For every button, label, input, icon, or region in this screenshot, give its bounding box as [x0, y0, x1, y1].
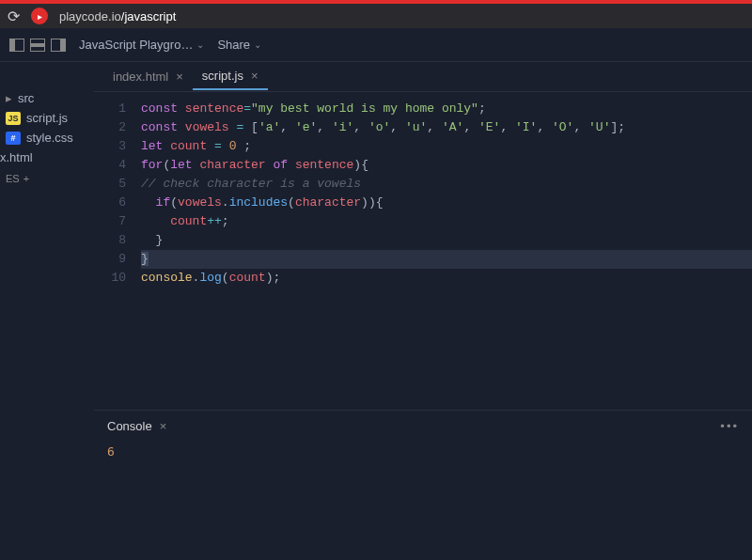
- packages-label: ES: [6, 173, 20, 184]
- project-name-dropdown[interactable]: JavaScript Playgro… ⌄: [79, 38, 204, 52]
- site-badge-icon: ▸: [31, 8, 48, 24]
- editor-tabs: index.html × script.js ×: [94, 62, 752, 92]
- code-line: // check character is a vowels: [141, 175, 752, 194]
- file-label: x.html: [0, 150, 33, 164]
- code-line: }: [141, 231, 752, 250]
- tab-label: script.js: [202, 69, 243, 83]
- console-header: Console × •••: [94, 411, 752, 441]
- layout-right-icon[interactable]: [51, 39, 66, 52]
- file-index-html[interactable]: x.html: [0, 148, 94, 167]
- close-icon[interactable]: ×: [160, 419, 167, 433]
- share-dropdown[interactable]: Share ⌄: [217, 38, 261, 52]
- file-script-js[interactable]: JS script.js: [0, 108, 94, 128]
- layout-switcher: [9, 39, 66, 52]
- main-area: ▸ src JS script.js # style.css x.html ES…: [0, 62, 752, 560]
- line-gutter: 12345678910: [94, 100, 141, 410]
- tab-script-js[interactable]: script.js ×: [193, 63, 268, 90]
- folder-src[interactable]: ▸ src: [0, 88, 94, 108]
- code-line: }: [141, 250, 752, 269]
- packages-section[interactable]: ES +: [0, 167, 94, 190]
- file-explorer: ▸ src JS script.js # style.css x.html ES…: [0, 62, 94, 560]
- file-label: style.css: [26, 131, 73, 145]
- chevron-down-icon: ⌄: [196, 39, 204, 50]
- css-file-icon: #: [6, 132, 21, 145]
- console-output: 6: [94, 441, 752, 462]
- file-label: script.js: [26, 111, 68, 125]
- close-icon[interactable]: ×: [176, 70, 183, 84]
- code-line: count++;: [141, 212, 752, 231]
- code-line: for(let character of sentence){: [141, 156, 752, 175]
- tab-label: index.html: [113, 70, 168, 84]
- layout-horizontal-icon[interactable]: [30, 39, 45, 52]
- project-name-label: JavaScript Playgro…: [79, 38, 193, 52]
- code-line: console.log(count);: [141, 269, 752, 288]
- editor-area: index.html × script.js × 12345678910 con…: [94, 62, 752, 560]
- js-file-icon: JS: [6, 112, 21, 125]
- folder-icon: ▸: [6, 91, 12, 105]
- layout-left-icon[interactable]: [9, 39, 24, 52]
- console-title-label: Console: [107, 419, 152, 433]
- code-editor[interactable]: 12345678910 const sentence="my best worl…: [94, 92, 752, 410]
- code-line: if(vowels.includes(character)){: [141, 194, 752, 212]
- console-output-value: 6: [107, 444, 115, 459]
- file-style-css[interactable]: # style.css: [0, 128, 94, 148]
- share-label: Share: [217, 38, 250, 52]
- close-icon[interactable]: ×: [251, 69, 258, 83]
- console-panel: Console × ••• 6: [94, 410, 752, 560]
- chevron-down-icon: ⌄: [254, 39, 261, 50]
- code-content[interactable]: const sentence="my best world is my home…: [141, 100, 752, 410]
- more-menu-icon[interactable]: •••: [720, 419, 739, 433]
- folder-label: src: [18, 91, 34, 105]
- tab-index-html[interactable]: index.html ×: [103, 64, 193, 89]
- plus-icon: +: [24, 173, 29, 184]
- code-line: let count = 0 ;: [141, 137, 752, 156]
- reload-icon[interactable]: ⟳: [8, 8, 20, 25]
- url-text[interactable]: playcode.io/javascript: [59, 9, 176, 23]
- code-line: const sentence="my best world is my home…: [141, 100, 752, 118]
- code-line: const vowels = ['a', 'e', 'i', 'o', 'u',…: [141, 118, 752, 137]
- app-toolbar: JavaScript Playgro… ⌄ Share ⌄: [0, 28, 752, 62]
- browser-address-bar: ⟳ ▸ playcode.io/javascript: [0, 0, 752, 28]
